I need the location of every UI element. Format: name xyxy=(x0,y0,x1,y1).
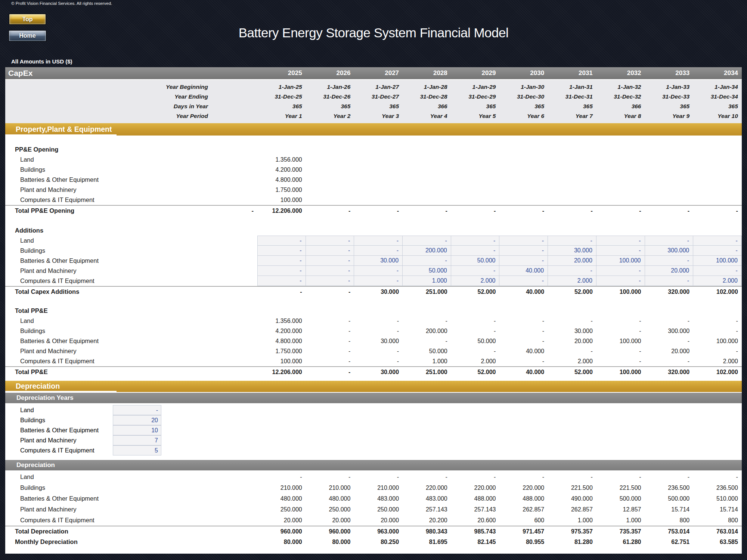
value-cell: Year 10 xyxy=(693,113,742,119)
value-cell: 20.000 xyxy=(354,517,403,524)
input-cell[interactable]: - xyxy=(354,276,403,286)
value-cell: 30.000 xyxy=(354,289,403,295)
input-cell[interactable]: 30.000 xyxy=(354,256,403,266)
input-cell[interactable]: - xyxy=(257,256,306,266)
value-cell: 985.743 xyxy=(451,528,500,535)
input-cell[interactable]: 2.000 xyxy=(451,276,500,286)
input-cell[interactable]: - xyxy=(306,236,354,246)
input-cell[interactable]: - xyxy=(306,246,354,256)
input-cell[interactable]: 5 xyxy=(113,445,161,455)
year-info-band: Year Beginning1-Jan-251-Jan-261-Jan-271-… xyxy=(5,80,742,123)
input-cell[interactable]: - xyxy=(645,276,694,286)
input-cell[interactable]: 300.000 xyxy=(645,246,694,256)
input-cell[interactable]: - xyxy=(451,266,500,276)
input-cell[interactable]: - xyxy=(645,256,694,266)
value-cell: 1-Jan-34 xyxy=(693,84,742,90)
input-cell[interactable]: - xyxy=(693,266,742,276)
depreciation-years-row: Land- xyxy=(5,405,742,415)
value-cell: 1-Jan-27 xyxy=(354,84,403,90)
input-cell[interactable]: 100.000 xyxy=(693,256,742,266)
value-cell: - xyxy=(403,208,451,214)
input-cell[interactable]: - xyxy=(354,236,403,246)
input-cell[interactable]: - xyxy=(499,236,548,246)
value-cell: 257.143 xyxy=(451,506,500,513)
input-cell[interactable]: 100.000 xyxy=(596,256,645,266)
depreciation-years-row: Batteries & Other Equipment10 xyxy=(5,425,742,435)
value-cell: 100.000 xyxy=(257,197,306,203)
input-cell[interactable]: - xyxy=(403,256,451,266)
input-cell[interactable]: - xyxy=(257,246,306,256)
input-cell[interactable]: 2.000 xyxy=(548,276,596,286)
input-cell[interactable]: 50.000 xyxy=(451,256,500,266)
input-cell[interactable]: 40.000 xyxy=(499,266,548,276)
input-cell[interactable]: 7 xyxy=(113,435,161,445)
value-cell: - xyxy=(499,208,548,214)
value-cell: - xyxy=(548,474,596,480)
input-cell[interactable]: 20 xyxy=(113,415,161,425)
section-header-ppe: Property,Plant & Equipment xyxy=(5,123,742,136)
additions-title-row: Additions xyxy=(5,225,742,236)
value-cell: 483.000 xyxy=(354,495,403,502)
value-cell: 40.000 xyxy=(499,289,548,295)
value-cell: - xyxy=(645,318,694,324)
input-cell[interactable]: - xyxy=(306,256,354,266)
value-cell: 15.714 xyxy=(645,506,694,513)
value-cell: 100.000 xyxy=(693,338,742,345)
input-cell[interactable]: - xyxy=(306,266,354,276)
top-button[interactable]: Top xyxy=(9,13,46,25)
input-cell[interactable]: - xyxy=(499,276,548,286)
input-cell[interactable]: - xyxy=(596,236,645,246)
value-cell: 61.280 xyxy=(596,539,645,545)
depreciation-years-row: Plant and Machinery7 xyxy=(5,435,742,445)
input-cell[interactable]: - xyxy=(451,246,500,256)
input-cell[interactable]: - xyxy=(257,266,306,276)
value-cell: 210.000 xyxy=(257,485,306,491)
input-cell[interactable]: - xyxy=(451,236,500,246)
input-cell[interactable]: - xyxy=(548,236,596,246)
input-cell[interactable]: - xyxy=(548,266,596,276)
value-cell: 500.000 xyxy=(596,495,645,502)
input-cell[interactable]: - xyxy=(257,236,306,246)
input-cell[interactable]: - xyxy=(403,236,451,246)
value-cell: - xyxy=(548,348,596,355)
row-label: Days in Year xyxy=(5,103,257,110)
row-label: Buildings xyxy=(5,327,257,335)
value-cell: 31-Dec-30 xyxy=(499,93,548,100)
input-cell[interactable]: - xyxy=(645,236,694,246)
value-cell: - xyxy=(645,338,694,345)
row-label: Batteries & Other Equipment xyxy=(5,337,257,345)
input-cell[interactable]: 2.000 xyxy=(693,276,742,286)
value-cell: - xyxy=(306,318,354,324)
input-cell[interactable]: 200.000 xyxy=(403,246,451,256)
value-cell: - xyxy=(596,348,645,355)
value-cell: Year 8 xyxy=(596,113,645,119)
input-cell[interactable]: - xyxy=(499,246,548,256)
input-cell[interactable]: - xyxy=(596,246,645,256)
input-cell[interactable]: 20.000 xyxy=(645,266,694,276)
value-cell: 50.000 xyxy=(403,348,451,355)
input-cell[interactable]: - xyxy=(113,405,161,415)
input-cell[interactable]: 1.000 xyxy=(403,276,451,286)
input-cell[interactable]: - xyxy=(354,246,403,256)
input-cell[interactable]: - xyxy=(596,266,645,276)
value-cell: 31-Dec-34 xyxy=(693,93,742,100)
value-cell: Year 9 xyxy=(645,113,694,119)
input-cell[interactable]: 30.000 xyxy=(548,246,596,256)
input-cell[interactable]: - xyxy=(693,246,742,256)
input-cell[interactable]: - xyxy=(354,266,403,276)
input-cell[interactable]: 10 xyxy=(113,425,161,435)
value-cell: 963.000 xyxy=(354,528,403,535)
input-cell[interactable]: 50.000 xyxy=(403,266,451,276)
row-label: Year Period xyxy=(5,113,257,119)
value-cell: - xyxy=(354,328,403,335)
row-label: Plant and Machinery xyxy=(5,437,113,444)
input-cell[interactable]: - xyxy=(257,276,306,286)
input-cell[interactable]: - xyxy=(499,256,548,266)
input-cell[interactable]: - xyxy=(596,276,645,286)
value-cell: 221.500 xyxy=(548,485,596,491)
input-cell[interactable]: - xyxy=(306,276,354,286)
input-cell[interactable]: - xyxy=(693,236,742,246)
value-cell: 4.200.000 xyxy=(257,328,306,335)
input-cell[interactable]: 20.000 xyxy=(548,256,596,266)
row-label: Computers & IT Equipment xyxy=(5,196,257,203)
